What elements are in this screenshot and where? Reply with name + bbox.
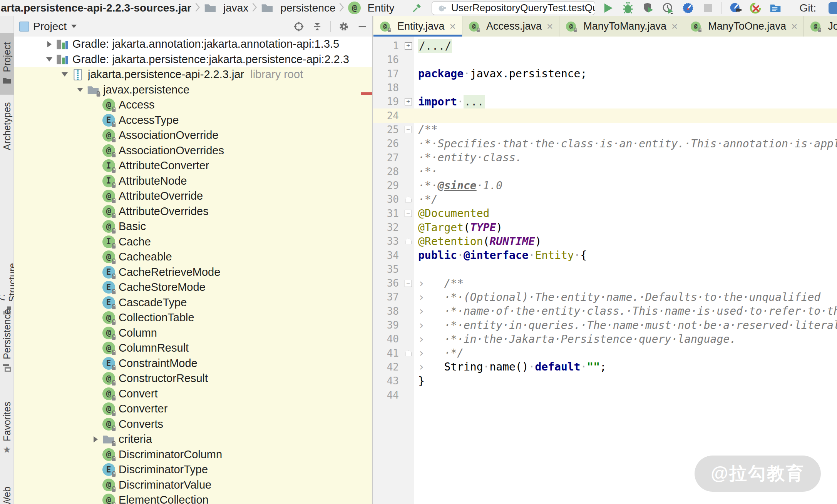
code-text[interactable]: ›·*·name·of·the·entity·class.·This·name·… xyxy=(414,305,837,317)
fold-collapse-icon[interactable]: − xyxy=(405,280,412,287)
tree-item-discriminatortype[interactable]: EDiscriminatorType xyxy=(14,462,372,477)
tree-item-cascadetype[interactable]: ECascadeType xyxy=(14,295,372,310)
code-line-37[interactable]: 37›·*·(Optional)·The·entity·name.·Defaul… xyxy=(373,290,837,304)
code-line-44[interactable]: 44 xyxy=(373,388,837,402)
breadcrumb-item[interactable]: arta.persistence-api-2.2.3-sources.jar xyxy=(1,2,191,14)
code-line-34[interactable]: 34public·@interface·Entity·{ xyxy=(373,248,837,262)
code-text[interactable]: @Retention(RUNTIME) xyxy=(414,235,837,248)
stripe-button--structure[interactable]: 7: Structure xyxy=(0,258,14,315)
build-project-button[interactable] xyxy=(412,1,422,15)
tree-item-jakarta.persistence-api-2.2.3.jar[interactable]: jakarta.persistence-api-2.2.3.jarlibrary… xyxy=(14,67,372,82)
code-text[interactable]: /** xyxy=(414,123,837,136)
code-text[interactable]: package·javax.persistence; xyxy=(414,67,837,80)
tree-item-convert[interactable]: @Convert xyxy=(14,386,372,402)
tree-item-associationoverrides[interactable]: @AssociationOverrides xyxy=(14,143,372,159)
code-text[interactable]: ›·*·in·the·Jakarta·Persistence·query·lan… xyxy=(414,333,837,345)
code-line-39[interactable]: 39›·*·entity·in·queries.·The·name·must·n… xyxy=(373,318,837,332)
code-text[interactable]: public·@interface·Entity·{ xyxy=(414,249,837,262)
code-text[interactable]: ·*·@since·1.0 xyxy=(414,179,837,192)
fold-expand-icon[interactable]: + xyxy=(405,42,412,50)
fold-collapse-icon[interactable]: − xyxy=(405,210,412,217)
tree-item-constructorresult[interactable]: @ConstructorResult xyxy=(14,371,372,386)
tree-item-attributeconverter[interactable]: IAttributeConverter xyxy=(14,158,372,174)
breadcrumb-item[interactable]: persistence xyxy=(261,2,335,15)
code-line-35[interactable]: 35 xyxy=(373,262,837,276)
fold-expand-icon[interactable]: + xyxy=(405,98,412,105)
breadcrumb-item[interactable]: @Entity xyxy=(348,2,394,15)
tree-item-cache[interactable]: ICache xyxy=(14,234,372,250)
code-line-31[interactable]: 31−@Documented xyxy=(373,207,837,220)
tree-item-columnresult[interactable]: @ColumnResult xyxy=(14,340,372,356)
code-text[interactable]: ›/** xyxy=(414,277,837,290)
collapse-arrow-icon[interactable] xyxy=(74,85,87,95)
close-icon[interactable]: × xyxy=(450,21,456,32)
run-configuration-select[interactable]: UserRepositoryQueryTest.testQueryDinamic… xyxy=(432,1,595,15)
collapse-arrow-icon[interactable] xyxy=(58,69,71,80)
code-text[interactable]: @Documented xyxy=(414,207,837,220)
gear-icon[interactable] xyxy=(338,21,349,32)
collapse-all-icon[interactable] xyxy=(312,21,323,32)
profile-button[interactable] xyxy=(661,2,675,15)
code-text[interactable]: } xyxy=(414,375,837,387)
tree-item-converts[interactable]: @Converts xyxy=(14,417,372,432)
code-line-27[interactable]: 27·*·entity·class. xyxy=(373,150,837,164)
code-text[interactable]: import·... xyxy=(414,95,837,108)
code-text[interactable]: ·*·entity·class. xyxy=(414,151,837,164)
tree-item-converter[interactable]: @Converter xyxy=(14,401,372,417)
stripe-button-favorites[interactable]: ★Favorites xyxy=(0,399,14,457)
code-text[interactable]: @Target(TYPE) xyxy=(414,221,837,234)
code-line-19[interactable]: 19+import·... xyxy=(373,95,837,108)
debug-button[interactable] xyxy=(621,2,634,15)
chevron-down-icon[interactable] xyxy=(71,25,77,28)
code-editor[interactable]: 1+/.../1617package·javax.persistence;181… xyxy=(373,37,837,504)
editor-tab-joincolumn-java[interactable]: @JoinColumn.java× xyxy=(804,16,837,37)
stripe-button-persistence[interactable]: Persistence xyxy=(0,315,14,366)
expand-arrow-icon[interactable] xyxy=(89,436,102,442)
code-text[interactable]: ·*·Specifies·that·the·class·is·an·entity… xyxy=(414,137,837,150)
tree-item-attributeoverride[interactable]: @AttributeOverride xyxy=(14,189,372,204)
tree-item-cacheretrievemode[interactable]: ECacheRetrieveMode xyxy=(14,265,372,280)
tree-item-associationoverride[interactable]: @AssociationOverride xyxy=(14,128,372,143)
expand-arrow-icon[interactable] xyxy=(43,41,56,47)
tree-item-gradle-jakarta.persistence-jakarta.persistence-api-2.2.3[interactable]: Gradle: jakarta.persistence:jakarta.pers… xyxy=(14,52,372,67)
tree-item-elementcollection[interactable]: @ElementCollection xyxy=(14,492,372,504)
dump-threads-button[interactable] xyxy=(769,2,782,15)
code-line-36[interactable]: 36−›/** xyxy=(373,276,837,290)
stripe-button-project[interactable]: Project xyxy=(0,33,14,95)
code-text[interactable]: ›·*/ xyxy=(414,347,837,359)
editor-tab-manytomany-java[interactable]: @ManyToMany.java× xyxy=(559,16,684,37)
locate-file-icon[interactable] xyxy=(293,21,304,32)
editor-tab-entity-java[interactable]: @Entity.java× xyxy=(373,16,462,37)
code-text[interactable]: ›String·name()·default·""; xyxy=(414,360,837,373)
tree-item-attributeoverrides[interactable]: @AttributeOverrides xyxy=(14,204,372,219)
tree-item-javax.persistence[interactable]: javax.persistence xyxy=(14,82,372,98)
git-update-icon[interactable] xyxy=(829,2,837,14)
code-text[interactable]: /.../ xyxy=(414,40,837,52)
code-text[interactable]: ›·*·(Optional)·The·entity·name.·Defaults… xyxy=(414,291,837,304)
attach-profiler-button[interactable] xyxy=(729,2,742,15)
run-with-coverage-button[interactable] xyxy=(641,2,655,15)
tree-item-attributenode[interactable]: IAttributeNode xyxy=(14,174,372,189)
close-icon[interactable]: × xyxy=(791,21,797,32)
code-text[interactable]: ·*· xyxy=(414,165,837,178)
tree-item-discriminatorcolumn[interactable]: @DiscriminatorColumn xyxy=(14,447,372,462)
code-line-18[interactable]: 18 xyxy=(373,81,837,95)
code-line-30[interactable]: 30·*/ xyxy=(373,192,837,206)
stripe-button-web[interactable]: Web xyxy=(0,485,14,504)
breadcrumb-item[interactable]: javax xyxy=(204,2,248,15)
code-line-42[interactable]: 42›String·name()·default·""; xyxy=(373,360,837,374)
editor-tab-access-java[interactable]: @Access.java× xyxy=(462,16,559,37)
close-icon[interactable]: × xyxy=(547,21,553,32)
code-line-41[interactable]: 41›·*/ xyxy=(373,346,837,360)
fold-collapse-icon[interactable]: − xyxy=(405,126,412,133)
run-button[interactable] xyxy=(601,2,614,15)
code-text[interactable]: ·*/ xyxy=(414,193,837,206)
code-line-43[interactable]: 43} xyxy=(373,374,837,388)
code-line-38[interactable]: 38›·*·name·of·the·entity·class.·This·nam… xyxy=(373,304,837,318)
tree-item-cachestoremode[interactable]: ECacheStoreMode xyxy=(14,280,372,295)
tree-item-access[interactable]: @Access xyxy=(14,97,372,113)
code-line-1[interactable]: 1+/.../ xyxy=(373,39,837,53)
code-line-16[interactable]: 16 xyxy=(373,53,837,67)
code-line-24[interactable]: 24 xyxy=(373,108,837,122)
code-line-29[interactable]: 29·*·@since·1.0 xyxy=(373,179,837,192)
